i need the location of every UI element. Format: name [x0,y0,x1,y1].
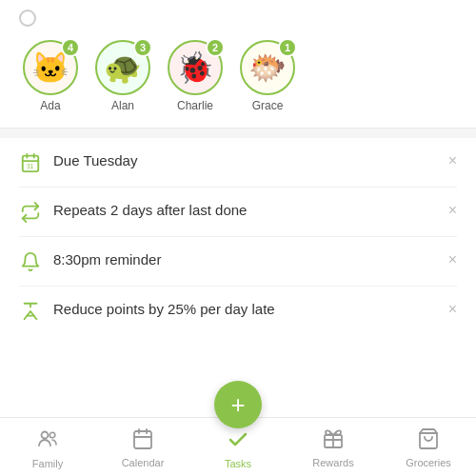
avatar-name: Ada [40,99,60,112]
detail-close-calendar[interactable]: × [448,151,457,169]
calendar-icon: 31 [19,151,42,173]
timer-icon [19,300,42,322]
detail-row-bell: 8:30pm reminder × [19,237,457,287]
details-section: 31 Due Tuesday × Repeats 2 days after la… [0,138,476,417]
nav-label-calendar: Calendar [122,457,165,468]
detail-text-bell: 8:30pm reminder [53,250,437,269]
avatar-item-alan[interactable]: 🐢 3 Alan [95,40,150,112]
avatars-row: 🐱 4 Ada 🐢 3 Alan 🐞 2 Charlie 🐡 1 Grace [19,40,457,112]
svg-text:31: 31 [27,163,34,169]
detail-close-repeat[interactable]: × [448,201,457,219]
avatar-item-charlie[interactable]: 🐞 2 Charlie [168,40,223,112]
nav-icon-groceries [417,427,440,454]
avatar-name: Alan [111,99,134,112]
detail-text-repeat: Repeats 2 days after last done [53,201,437,220]
svg-rect-8 [134,431,151,448]
radio-button[interactable] [19,10,36,27]
detail-text-timer: Reduce points by 25% per day late [53,300,437,319]
nav-and-fab: FamilyCalendarTasksRewardsGroceries + [0,417,476,476]
time-based-row [19,10,457,27]
nav-label-groceries: Groceries [406,457,451,468]
detail-row-repeat: Repeats 2 days after last done × [19,188,457,237]
nav-label-tasks: Tasks [225,458,251,469]
nav-icon-family [35,426,60,455]
nav-icon-tasks [226,426,250,455]
fab-button[interactable]: + [214,381,262,428]
nav-item-rewards[interactable]: Rewards [286,427,381,468]
avatar-name: Grace [252,99,284,112]
avatar-badge: 1 [278,38,297,57]
avatar-circle[interactable]: 🐡 1 [240,40,295,95]
detail-row-timer: Reduce points by 25% per day late × [19,287,457,335]
avatar-item-ada[interactable]: 🐱 4 Ada [23,40,78,112]
top-section: 🐱 4 Ada 🐢 3 Alan 🐞 2 Charlie 🐡 1 Grace [0,0,476,129]
nav-item-groceries[interactable]: Groceries [381,427,476,468]
avatar-circle[interactable]: 🐞 2 [168,40,223,95]
nav-icon-rewards [322,427,345,454]
avatar-name: Charlie [177,99,213,112]
nav-label-rewards: Rewards [312,457,353,468]
nav-item-family[interactable]: Family [0,426,95,469]
avatar-item-grace[interactable]: 🐡 1 Grace [240,40,295,112]
fab-container[interactable]: + [214,381,262,428]
avatar-circle[interactable]: 🐱 4 [23,40,78,95]
avatar-badge: 2 [206,38,225,57]
avatar-badge: 4 [61,38,80,57]
avatar-circle[interactable]: 🐢 3 [95,40,150,95]
detail-close-bell[interactable]: × [448,250,457,268]
bell-icon [19,250,42,272]
svg-point-7 [50,432,55,438]
avatar-badge: 3 [133,38,152,57]
repeat-icon [19,201,42,223]
svg-point-6 [42,432,49,439]
detail-text-calendar: Due Tuesday [53,151,437,170]
detail-close-timer[interactable]: × [448,300,457,318]
nav-item-tasks[interactable]: Tasks [190,426,286,469]
nav-item-calendar[interactable]: Calendar [95,427,190,468]
nav-icon-calendar [131,427,154,454]
nav-label-family: Family [32,458,63,469]
detail-row-calendar: 31 Due Tuesday × [19,138,457,188]
